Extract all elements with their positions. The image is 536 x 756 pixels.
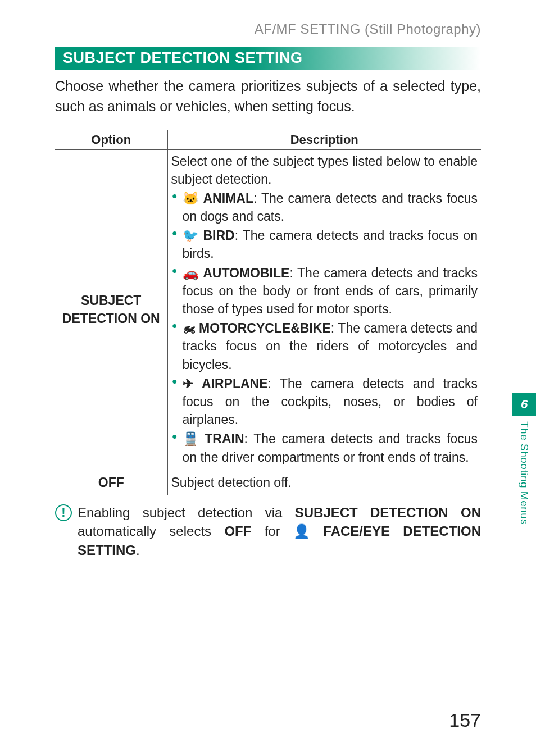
table-row: SUBJECT DETECTION ON Select one of the s… [55,149,481,471]
description-subject-detection-on: Select one of the subject types listed b… [167,149,481,471]
note-text: Enabling subject detection via SUBJECT D… [78,503,481,560]
section-heading: SUBJECT DETECTION SETTING [55,47,481,70]
list-item: 🚗 AUTOMOBILE: The camera detects and tra… [171,264,478,318]
breadcrumb: AF/MF SETTING (Still Photography) [55,21,481,37]
face-detection-icon: 👤 [293,522,310,541]
option-subject-detection-on: SUBJECT DETECTION ON [55,149,167,471]
page-number: 157 [449,709,481,731]
list-item: 🐱 ANIMAL: The camera detects and tracks … [171,189,478,225]
train-icon: 🚆 [183,430,199,448]
list-item: 🏍 MOTORCYCLE&BIKE: The camera detects an… [171,319,478,374]
subject-type-label: MOTORCYCLE&BIKE [199,321,331,335]
settings-table: Option Description SUBJECT DETECTION ON … [55,130,481,495]
motorcycle-icon: 🏍 [183,319,196,337]
manual-page: AF/MF SETTING (Still Photography) SUBJEC… [0,0,536,756]
subject-type-label: TRAIN [205,431,244,446]
list-item: 🐦 BIRD: The camera detects and tracks fo… [171,226,478,262]
chapter-number-badge: 6 [512,393,536,416]
subject-type-label: ANIMAL [203,191,253,206]
warning-icon: ! [55,504,72,521]
option-off: OFF [55,471,167,495]
description-lead: Select one of the subject types listed b… [171,152,478,188]
subject-type-label: AUTOMOBILE [203,266,289,280]
subject-type-label: AIRPLANE [202,376,268,391]
subject-type-list: 🐱 ANIMAL: The camera detects and tracks … [171,189,478,466]
list-item: ✈ AIRPLANE: The camera detects and track… [171,375,478,429]
chapter-name: The Shooting Menus [518,416,530,525]
table-header-description: Description [167,130,481,150]
animal-icon: 🐱 [183,189,199,207]
table-row: OFF Subject detection off. [55,471,481,495]
list-item: 🚆 TRAIN: The camera detects and tracks f… [171,430,478,466]
bird-icon: 🐦 [183,226,199,244]
intro-paragraph: Choose whether the camera prioritizes su… [55,76,481,117]
caution-note: ! Enabling subject detection via SUBJECT… [55,503,481,560]
description-off: Subject detection off. [167,471,481,495]
airplane-icon: ✈ [183,375,193,393]
table-header-option: Option [55,130,167,150]
subject-type-label: BIRD [203,228,234,243]
side-tab: 6 The Shooting Menus [512,393,536,550]
automobile-icon: 🚗 [183,264,199,282]
